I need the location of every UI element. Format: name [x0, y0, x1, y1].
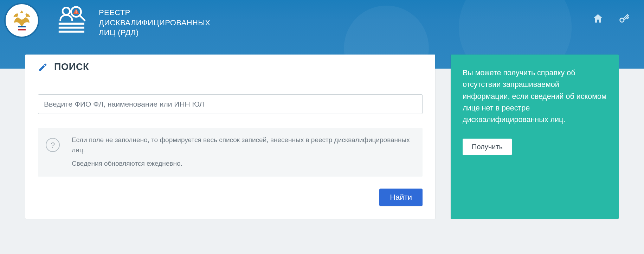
- search-input[interactable]: [38, 94, 423, 114]
- svg-rect-1: [18, 26, 26, 27]
- svg-line-5: [79, 15, 85, 20]
- search-hint-line: Если поле не заполнено, то формируется в…: [72, 135, 413, 155]
- search-submit-button[interactable]: Найти: [379, 189, 423, 206]
- home-icon[interactable]: [592, 13, 604, 25]
- svg-rect-2: [18, 29, 26, 30]
- svg-rect-7: [76, 10, 77, 12]
- page-title-line: ЛИЦ (РДЛ): [99, 28, 210, 38]
- info-get-button[interactable]: Получить: [463, 139, 512, 155]
- search-heading: ПОИСК: [38, 62, 423, 72]
- person-search-icon: [58, 5, 89, 36]
- svg-point-3: [63, 7, 70, 15]
- info-text: Вы можете получить справку об отсутствии…: [463, 67, 607, 126]
- svg-point-6: [76, 12, 77, 13]
- state-emblem: [4, 3, 39, 38]
- header-divider: [48, 5, 48, 37]
- page-title: РЕЕСТР ДИСКВАЛИФИЦИРОВАННЫХ ЛИЦ (РДЛ): [99, 8, 210, 38]
- service-logo: [57, 4, 90, 37]
- svg-point-11: [620, 18, 624, 22]
- search-card: ПОИСК ? Если поле не заполнено, то форми…: [25, 55, 435, 219]
- info-card: Вы можете получить справку об отсутствии…: [451, 55, 619, 219]
- key-icon[interactable]: [618, 13, 630, 25]
- search-hint: ? Если поле не заполнено, то формируется…: [38, 128, 423, 177]
- pencil-icon: [38, 62, 48, 72]
- search-heading-text: ПОИСК: [54, 62, 89, 72]
- question-icon: ?: [46, 138, 60, 152]
- page-title-line: РЕЕСТР: [99, 8, 210, 18]
- double-eagle-icon: [9, 8, 34, 33]
- page-title-line: ДИСКВАЛИФИЦИРОВАННЫХ: [99, 18, 210, 28]
- search-hint-line: Сведения обновляются ежедневно.: [72, 159, 413, 169]
